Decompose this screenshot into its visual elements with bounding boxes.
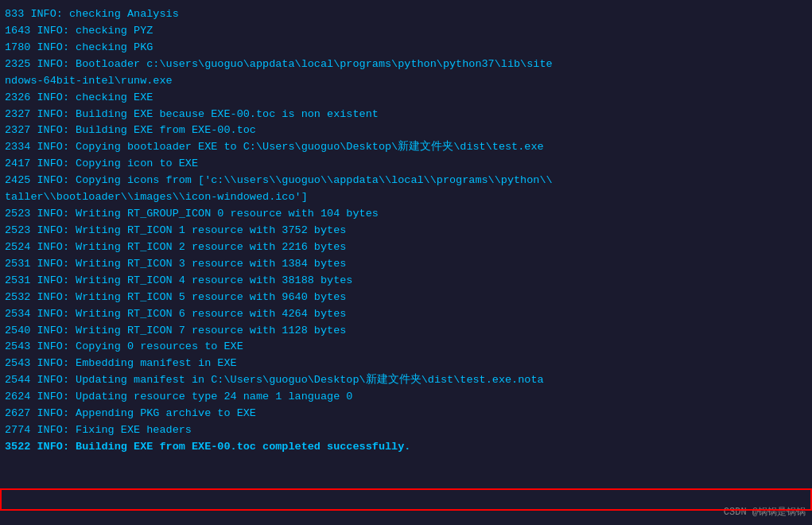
log-line: 1643 INFO: checking PYZ	[5, 23, 807, 40]
highlight-box	[0, 488, 812, 511]
log-line: 2327 INFO: Building EXE because EXE-00.t…	[5, 107, 807, 123]
log-line: 2326 INFO: checking EXE	[5, 90, 807, 107]
log-line: 833 INFO: checking Analysis	[5, 6, 807, 23]
log-line: 2544 INFO: Updating manifest in C:\Users…	[5, 372, 807, 389]
log-line: 2543 INFO: Copying 0 resources to EXE	[5, 339, 807, 356]
log-line: 2534 INFO: Writing RT_ICON 6 resource wi…	[5, 306, 807, 323]
log-line: taller\\bootloader\\images\\icon-windowe…	[5, 189, 807, 206]
log-line: 2334 INFO: Copying bootloader EXE to C:\…	[5, 139, 807, 156]
log-line: 2531 INFO: Writing RT_ICON 4 resource wi…	[5, 273, 807, 290]
log-line: 2627 INFO: Appending PKG archive to EXE	[5, 406, 807, 422]
watermark: CSDN @锅锅是锅锅	[724, 505, 806, 519]
log-line: 1780 INFO: checking PKG	[5, 40, 807, 56]
log-line: 3522 INFO: Building EXE from EXE-00.toc …	[5, 439, 807, 456]
log-line: 2523 INFO: Writing RT_GROUP_ICON 0 resou…	[5, 206, 807, 223]
log-container: 833 INFO: checking Analysis1643 INFO: ch…	[5, 6, 807, 456]
log-line: 2540 INFO: Writing RT_ICON 7 resource wi…	[5, 323, 807, 340]
log-line: 2774 INFO: Fixing EXE headers	[5, 422, 807, 439]
terminal-window: 833 INFO: checking Analysis1643 INFO: ch…	[0, 0, 812, 525]
log-line: 2543 INFO: Embedding manifest in EXE	[5, 356, 807, 372]
log-line: 2532 INFO: Writing RT_ICON 5 resource wi…	[5, 290, 807, 306]
log-line: 2417 INFO: Copying icon to EXE	[5, 156, 807, 173]
log-line: ndows-64bit-intel\runw.exe	[5, 73, 807, 90]
log-line: 2523 INFO: Writing RT_ICON 1 resource wi…	[5, 223, 807, 239]
log-line: 2425 INFO: Copying icons from ['c:\\user…	[5, 173, 807, 189]
log-line: 2327 INFO: Building EXE from EXE-00.toc	[5, 122, 807, 139]
log-line: 2325 INFO: Bootloader c:\users\guoguo\ap…	[5, 56, 807, 73]
log-line: 2524 INFO: Writing RT_ICON 2 resource wi…	[5, 239, 807, 256]
log-line: 2624 INFO: Updating resource type 24 nam…	[5, 389, 807, 406]
log-line: 2531 INFO: Writing RT_ICON 3 resource wi…	[5, 256, 807, 273]
